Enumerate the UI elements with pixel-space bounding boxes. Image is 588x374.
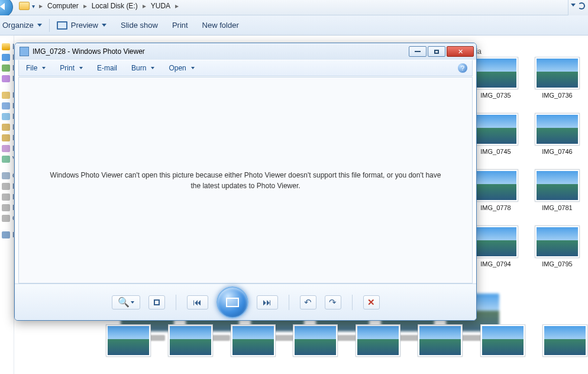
file-thumbnail[interactable] — [105, 324, 151, 372]
crumb-computer[interactable]: Computer — [45, 2, 81, 10]
chevron-down-icon — [42, 67, 46, 69]
chevron-down-icon — [37, 24, 42, 27]
crumb-drive[interactable]: Local Disk (E:) — [89, 2, 140, 10]
help-button[interactable]: ? — [458, 63, 467, 73]
file-name: IMG_0745 — [472, 148, 519, 155]
file-thumbnail[interactable] — [230, 324, 276, 372]
chevron-down-icon — [79, 67, 83, 69]
address-folder-icon[interactable]: ▾ — [19, 2, 35, 10]
file-thumbnail[interactable]: IMG_0778 — [472, 169, 519, 211]
sidebar-downloads[interactable]: Downloads — [0, 63, 14, 73]
sidebar-drive-e[interactable]: E — [0, 202, 14, 213]
recent-icon — [2, 75, 10, 82]
file-thumbnail[interactable]: IMG_0781 — [534, 169, 581, 211]
preview-icon — [57, 21, 67, 30]
file-thumbnail[interactable]: IMG_0745 — [472, 113, 519, 155]
sidebar-drive-c[interactable]: Local — [0, 181, 14, 192]
thumbnail-column-right: IMG_0735IMG_0736IMG_0745IMG_0746IMG_0778… — [470, 57, 588, 317]
file-name: IMG_0778 — [472, 204, 519, 211]
cd-icon — [2, 215, 10, 222]
menu-email[interactable]: E-mail — [90, 60, 124, 76]
file-name: IMG_0746 — [534, 148, 581, 155]
sidebar-network[interactable]: Network — [0, 230, 14, 240]
file-thumbnail[interactable] — [355, 324, 401, 372]
organize-label: Organize — [2, 21, 34, 30]
menu-open[interactable]: Open — [161, 60, 201, 76]
back-button[interactable] — [0, 0, 13, 17]
documents-icon — [2, 102, 10, 109]
file-thumbnail[interactable]: IMG_0735 — [472, 57, 519, 99]
explorer-toolbar: Organize Preview Slide show Print New fo… — [0, 15, 588, 36]
file-thumbnail[interactable] — [293, 324, 339, 372]
close-button[interactable]: ✕ — [447, 46, 474, 57]
sidebar-recent[interactable]: Recent — [0, 73, 14, 84]
download-icon — [2, 65, 10, 72]
crumb-folder[interactable]: YUDA — [148, 2, 173, 10]
previous-button[interactable]: ⏮ — [187, 295, 208, 309]
print-button[interactable]: Print — [165, 15, 195, 35]
library-icon — [2, 92, 10, 99]
videos-icon — [2, 156, 10, 163]
menu-burn[interactable]: Burn — [124, 60, 161, 76]
address-refresh[interactable] — [568, 0, 588, 15]
sidebar-pictures[interactable]: Pictures — [0, 143, 14, 154]
maximize-button[interactable] — [428, 46, 445, 57]
titlebar[interactable]: IMG_0728 - Windows Photo Viewer ✕ — [15, 43, 476, 60]
minimize-button[interactable] — [409, 46, 427, 57]
folder-icon — [2, 124, 10, 131]
file-thumbnail[interactable]: IMG_0795 — [534, 225, 581, 267]
sidebar-desktop[interactable]: Desktop — [0, 52, 14, 63]
rotate-ccw-button[interactable]: ↶ — [300, 295, 316, 309]
menu-file[interactable]: File — [19, 60, 53, 76]
file-thumbnail[interactable]: IMG_0794 — [472, 225, 519, 267]
file-thumbnail[interactable] — [542, 324, 589, 372]
chevron-down-icon — [191, 67, 195, 69]
pictures-icon — [2, 145, 10, 152]
sidebar-cd[interactable]: CD — [0, 213, 14, 224]
network-icon — [2, 231, 10, 238]
sidebar-drive-d[interactable]: D — [0, 192, 14, 202]
sidebar-newlib2[interactable]: New — [0, 133, 14, 143]
zoom-button[interactable]: 🔍 — [112, 295, 140, 309]
file-thumbnail[interactable]: IMG_0746 — [534, 113, 581, 155]
slideshow-button[interactable] — [217, 286, 248, 318]
sidebar-music[interactable]: Music — [0, 111, 14, 122]
next-button[interactable]: ⏭ — [257, 295, 278, 309]
menu-print[interactable]: Print — [53, 60, 90, 76]
file-thumbnail[interactable]: IMG_0736 — [534, 57, 581, 99]
drive-icon — [2, 204, 10, 211]
breadcrumb[interactable]: ▸ Computer ▸ Local Disk (E:) ▸ YUDA ▸ — [37, 2, 181, 10]
delete-button[interactable]: ✕ — [363, 295, 380, 309]
computer-icon — [2, 172, 10, 179]
thumbnail-strip-bottom — [102, 324, 588, 372]
sidebar-favorites[interactable]: Favorites — [0, 41, 14, 52]
sidebar-videos[interactable]: Videos — [0, 154, 14, 165]
window-title: IMG_0728 - Windows Photo Viewer — [33, 47, 145, 56]
file-thumbnail[interactable] — [168, 324, 214, 372]
chevron-down-icon — [151, 67, 154, 69]
star-icon — [2, 43, 10, 50]
file-thumbnail[interactable] — [480, 324, 526, 372]
actual-size-button[interactable] — [148, 295, 165, 309]
address-bar: ▾ ▸ Computer ▸ Local Disk (E:) ▸ YUDA ▸ — [0, 0, 588, 15]
photo-viewer-window: IMG_0728 - Windows Photo Viewer ✕ File P… — [14, 43, 477, 321]
slideshow-button[interactable]: Slide show — [114, 15, 165, 35]
desktop-icon — [2, 54, 10, 61]
menubar: File Print E-mail Burn Open ? — [18, 60, 473, 76]
drive-icon — [2, 183, 10, 190]
sidebar-libraries[interactable]: Libraries — [0, 90, 14, 101]
music-icon — [2, 113, 10, 120]
newfolder-button[interactable]: New folder — [195, 15, 246, 35]
sidebar-newlib[interactable]: New — [0, 122, 14, 133]
preview-menu[interactable]: Preview — [50, 15, 114, 35]
file-thumbnail[interactable] — [418, 324, 464, 372]
fit-icon — [154, 299, 160, 305]
sidebar-documents[interactable]: Documents — [0, 101, 14, 111]
rotate-cw-button[interactable]: ↷ — [325, 295, 341, 309]
viewer-controls: 🔍 ⏮ ⏭ ↶ ↷ ✕ — [15, 283, 476, 320]
navigation-pane: Favorites Desktop Downloads Recent Libra… — [0, 36, 14, 374]
sidebar-computer[interactable]: Computer — [0, 170, 14, 181]
organize-menu[interactable]: Organize — [0, 15, 49, 35]
image-canvas: Windows Photo Viewer can't open this pic… — [18, 77, 473, 283]
preview-label: Preview — [71, 21, 98, 30]
